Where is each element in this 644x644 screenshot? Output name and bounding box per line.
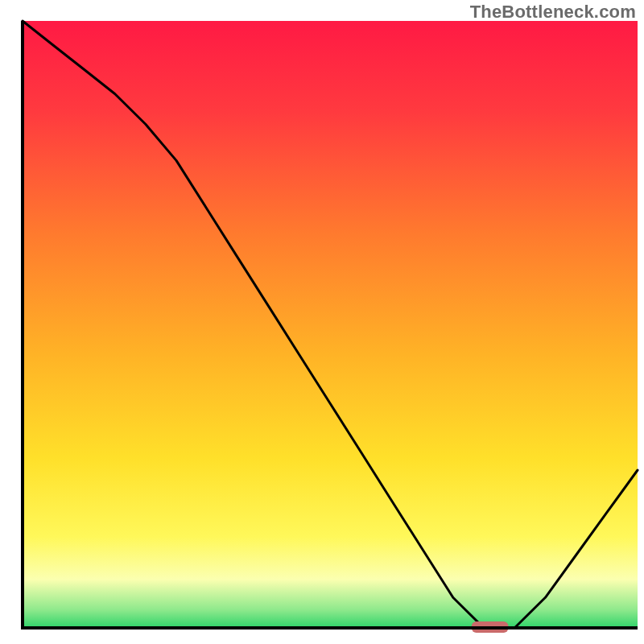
chart-container: TheBottleneck.com: [0, 0, 644, 644]
svg-rect-0: [23, 21, 638, 628]
bottleneck-chart: [0, 0, 644, 644]
watermark-text: TheBottleneck.com: [470, 2, 636, 23]
